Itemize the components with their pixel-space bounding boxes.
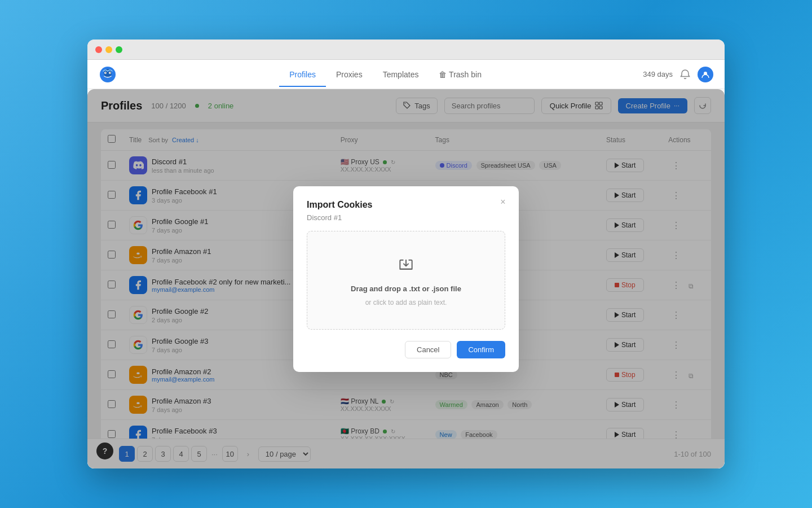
app-logo [99, 65, 117, 84]
drop-text: Drag and drop a .txt or .json file [351, 284, 461, 293]
svg-point-4 [105, 72, 107, 73]
traffic-lights [95, 46, 122, 53]
nav-trash[interactable]: 🗑 Trash bin [429, 62, 491, 87]
modal-subtitle: Discord #1 [307, 213, 505, 222]
topbar-right: 349 days [643, 67, 713, 82]
svg-point-5 [110, 72, 111, 73]
cancel-button[interactable]: Cancel [405, 341, 451, 358]
window-inner: Profiles 100 / 1200 2 online Tags Quick … [87, 89, 725, 468]
import-cookies-modal: × Import Cookies Discord #1 Drag and dro… [293, 186, 519, 372]
nav-profiles[interactable]: Profiles [279, 62, 326, 87]
upload-icon [397, 254, 415, 274]
main-nav: Profiles Proxies Templates 🗑 Trash bin [128, 62, 643, 87]
modal-close-button[interactable]: × [496, 195, 510, 209]
days-badge: 349 days [643, 70, 673, 78]
topbar: Profiles Proxies Templates 🗑 Trash bin 3… [87, 60, 725, 89]
minimize-button[interactable] [105, 46, 112, 53]
trash-icon: 🗑 [439, 70, 449, 79]
maximize-button[interactable] [116, 46, 122, 53]
confirm-button[interactable]: Confirm [457, 341, 505, 358]
nav-proxies[interactable]: Proxies [326, 62, 373, 87]
file-drop-zone[interactable]: Drag and drop a .txt or .json file or cl… [307, 231, 505, 330]
modal-actions: Cancel Confirm [307, 341, 505, 358]
modal-title: Import Cookies [307, 200, 505, 210]
drop-text-small: or click to add as plain text. [365, 299, 447, 306]
notifications-icon[interactable] [679, 69, 691, 80]
nav-templates[interactable]: Templates [373, 62, 429, 87]
titlebar [87, 40, 725, 60]
modal-overlay: × Import Cookies Discord #1 Drag and dro… [87, 89, 725, 468]
close-button[interactable] [95, 46, 102, 53]
user-avatar[interactable] [698, 67, 713, 82]
